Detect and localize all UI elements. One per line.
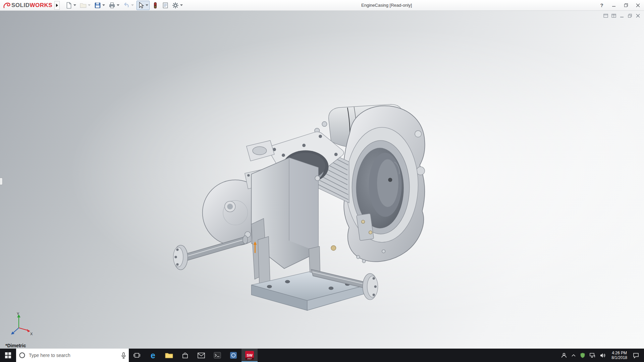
- file-properties-button[interactable]: [161, 1, 170, 10]
- chevron-down-icon[interactable]: [146, 4, 148, 6]
- windows-taskbar: e: [0, 349, 644, 362]
- flyout-right-triangle-icon: [56, 4, 58, 7]
- command-prompt-icon: [214, 352, 221, 359]
- engine-casing-model[interactable]: [0, 11, 644, 349]
- clock[interactable]: 4:26 PM 8/1/2018: [608, 349, 631, 362]
- view-orientation-label: *Dimetric: [5, 343, 26, 348]
- help-button[interactable]: ?: [596, 0, 608, 10]
- edge-browser-button[interactable]: e: [145, 349, 161, 362]
- sw-year-label: 2017: [245, 358, 254, 360]
- microphone-icon[interactable]: [121, 352, 126, 359]
- store-button[interactable]: [177, 349, 193, 362]
- left-shaft-part[interactable]: [173, 236, 248, 270]
- mail-envelope-icon: [198, 353, 205, 358]
- minimize-icon: [612, 3, 616, 7]
- store-bag-icon: [182, 352, 189, 359]
- file-properties-icon: [162, 2, 169, 9]
- print-button[interactable]: [108, 1, 121, 10]
- brand-text-solid: SOLID: [11, 2, 30, 9]
- window-controls: ?: [596, 0, 644, 10]
- help-icon: ?: [600, 2, 603, 8]
- people-button[interactable]: [559, 349, 569, 362]
- gear-icon: [172, 2, 179, 9]
- network-tray-button[interactable]: [587, 349, 598, 362]
- volume-icon: [600, 353, 606, 358]
- people-icon: [561, 353, 567, 358]
- save-button[interactable]: [93, 1, 106, 10]
- open-folder-icon: [79, 2, 87, 9]
- shield-icon: [580, 353, 585, 358]
- chevron-down-icon[interactable]: [131, 4, 134, 6]
- restore-icon: [624, 3, 628, 7]
- start-button[interactable]: [0, 349, 16, 362]
- volume-tray-button[interactable]: [598, 349, 608, 362]
- network-icon: [590, 353, 595, 358]
- new-document-icon: [65, 2, 72, 9]
- cortana-circle-icon: [19, 352, 25, 359]
- mail-button[interactable]: [193, 349, 209, 362]
- rebuild-traffic-light-icon: [152, 2, 159, 9]
- save-floppy-icon: [94, 2, 101, 9]
- rebuild-button[interactable]: [151, 1, 160, 10]
- clutch-housing-part[interactable]: [343, 106, 425, 263]
- file-explorer-button[interactable]: [161, 349, 177, 362]
- graphics-area[interactable]: Y X *Dimetric: [0, 11, 644, 349]
- select-cursor-icon: [137, 2, 145, 9]
- axis-x-label: X: [30, 332, 33, 336]
- chevron-down-icon[interactable]: [88, 4, 91, 6]
- blue-app-icon: [230, 352, 237, 359]
- printer-icon: [108, 2, 116, 9]
- chevron-up-icon: [572, 354, 576, 357]
- chevron-down-icon[interactable]: [180, 4, 183, 6]
- solidworks-window: SOLIDWORKS: [0, 0, 644, 362]
- chevron-down-icon[interactable]: [102, 4, 105, 6]
- axis-y-label: Y: [17, 312, 19, 316]
- show-hidden-icons-button[interactable]: [569, 349, 578, 362]
- search-input[interactable]: [28, 352, 121, 358]
- open-document-button[interactable]: [79, 1, 92, 10]
- brand-text-works: WORKS: [30, 2, 52, 9]
- chevron-down-icon[interactable]: [73, 4, 76, 6]
- edge-icon: e: [151, 351, 155, 360]
- coordinate-triad: Y X: [8, 312, 34, 337]
- close-icon: [636, 3, 640, 7]
- restore-button[interactable]: [620, 0, 632, 10]
- defender-tray-button[interactable]: [578, 349, 587, 362]
- undo-button[interactable]: [122, 1, 135, 10]
- task-view-icon: [133, 352, 140, 358]
- system-tray: 4:26 PM 8/1/2018: [559, 349, 644, 362]
- clock-time: 4:26 PM: [611, 351, 627, 355]
- titlebar: SOLIDWORKS: [0, 0, 644, 11]
- new-document-button[interactable]: [64, 1, 77, 10]
- folder-icon: [165, 352, 173, 359]
- clock-date: 8/1/2018: [611, 355, 627, 360]
- solidworks-logo-icon: [3, 2, 11, 9]
- close-button[interactable]: [632, 0, 644, 10]
- options-button[interactable]: [171, 1, 184, 10]
- document-title: EngineCasing [Read-only]: [184, 3, 596, 8]
- solidworks-taskbar-button[interactable]: SW 2017: [241, 349, 258, 362]
- minimize-button[interactable]: [608, 0, 620, 10]
- windows-logo-icon: [5, 352, 11, 358]
- toolbar-flyout-arrow[interactable]: [54, 1, 60, 10]
- solidworks-app-icon: SW 2017: [245, 351, 254, 360]
- action-center-icon: [633, 353, 639, 358]
- command-prompt-button[interactable]: [209, 349, 225, 362]
- blue-app-button[interactable]: [225, 349, 241, 362]
- undo-arrow-icon: [123, 2, 130, 9]
- sw-label: SW: [247, 353, 253, 357]
- select-tool-button[interactable]: [137, 1, 150, 10]
- action-center-button[interactable]: [631, 349, 641, 362]
- solidworks-logo: SOLIDWORKS: [0, 2, 54, 9]
- featuremanager-collapsed-tab[interactable]: [0, 178, 3, 185]
- main-toolbar: [64, 1, 184, 10]
- taskbar-search[interactable]: [16, 349, 129, 362]
- chevron-down-icon[interactable]: [117, 4, 119, 6]
- task-view-button[interactable]: [129, 349, 145, 362]
